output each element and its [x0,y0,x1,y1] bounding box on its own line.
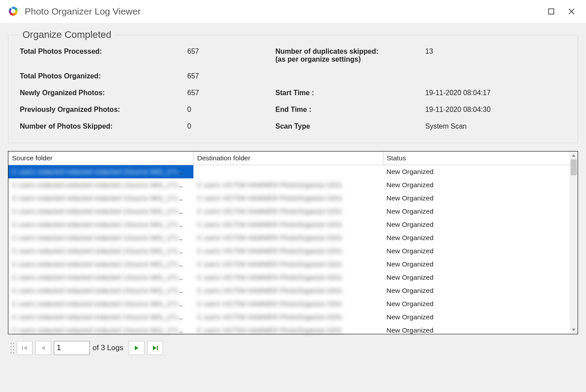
previous-page-button[interactable] [35,341,51,355]
svg-marker-15 [41,346,45,350]
table-row[interactable]: C users redacted redacted redacted 1Sour… [8,284,570,297]
label-start-time: Start Time : [275,89,425,97]
cell-source-folder: C users redacted redacted redacted 1Sour… [8,311,193,324]
first-page-button[interactable] [17,341,33,355]
cell-source-folder: C users redacted redacted redacted 1Sour… [8,178,193,192]
cell-destination-folder: C users VICTIM HAMMER PhotoOrganize 0201 [193,205,383,218]
cell-status: New Organized [383,324,570,337]
toolbar-grip-icon [11,342,14,354]
of-logs-label: of 3 Logs [93,344,123,352]
label-newly-organized: Newly Organized Photos: [20,89,187,97]
cell-status: New Organized [383,218,570,231]
cell-status: New Organized [383,205,570,218]
cell-source-folder: C users redacted redacted redacted 1Sour… [8,218,193,231]
value-total-organized: 657 [187,72,275,80]
cell-status: New Organized [383,178,570,192]
svg-marker-12 [572,329,575,331]
cell-destination-folder: C users VICTIM HAMMER PhotoOrganize 0201 [193,311,383,324]
vertical-scrollbar[interactable] [570,152,578,334]
table-row[interactable]: C users redacted redacted redacted 1Sour… [8,218,570,231]
cell-source-folder: C users redacted redacted redacted 1Sour… [8,244,193,258]
last-page-button[interactable] [147,341,163,355]
next-page-button[interactable] [129,341,145,355]
label-end-time: End Time : [275,106,425,114]
pager-toolbar: of 3 Logs [8,338,578,358]
table-row[interactable]: C users redacted redacted redacted 1Sour… [8,311,570,324]
table-row[interactable]: C users redacted redacted redacted 1Sour… [8,205,570,218]
table-row[interactable]: C users redacted redacted redacted 1Sour… [8,324,570,337]
cell-destination-folder: C users VICTIM HAMMER PhotoOrganize 0201 [193,258,383,271]
scroll-up-arrow-icon[interactable] [570,152,578,159]
cell-destination-folder: C users VICTIM HAMMER PhotoOrganize 0201 [193,271,383,284]
scroll-down-arrow-icon[interactable] [570,326,578,334]
cell-status: New Organized [383,297,570,311]
svg-marker-17 [153,346,156,350]
table-row[interactable]: C users redacted redacted redacted 1Sour… [8,244,570,258]
svg-rect-18 [157,346,158,350]
cell-status: New Organized [383,244,570,258]
cell-status: New Organized [383,284,570,297]
cell-source-folder: C users redacted redacted redacted 1Sour… [8,258,193,271]
table-row[interactable]: C users redacted redacted redacted 1Sour… [8,258,570,271]
cell-source-folder: C users redacted redacted redacted 1Sour… [8,297,193,311]
cell-destination-folder: C users VICTIM HAMMER PhotoOrganize 0201 [193,218,383,231]
table-row[interactable]: C users redacted redacted redacted 1Sour… [8,231,570,244]
maximize-button[interactable] [541,3,561,20]
table-row[interactable]: C users redacted redacted redacted 1Sour… [8,271,570,284]
value-newly-organized: 657 [187,89,275,97]
cell-destination-folder: C users VICTIM HAMMER PhotoOrganize 0201 [193,324,383,337]
label-total-processed: Total Photos Processed: [20,48,187,55]
current-page-input[interactable] [54,341,90,355]
svg-rect-8 [549,9,554,14]
cell-source-folder: C users redacted redacted redacted 1Sour… [8,271,193,284]
label-scan-type: Scan Type [275,122,425,130]
title-bar: Photo Organizer Log Viewer [0,0,586,23]
label-total-organized: Total Photos Organized: [20,72,187,80]
cell-status: New Organized [383,258,570,271]
summary-legend: Organize Completed [20,29,114,41]
cell-destination-folder: C users VICTIM HAMMER PhotoOrganize 0201 [193,178,383,192]
cell-status: New Organized [383,231,570,244]
table-row[interactable]: C users redacted redacted redacted 1Sour… [8,165,570,178]
cell-source-folder: C users redacted redacted redacted 1Sour… [8,165,193,178]
svg-marker-16 [135,346,138,350]
app-logo-icon [7,5,19,18]
column-header-destination[interactable]: Destination folder [193,152,383,165]
svg-marker-14 [23,346,27,350]
table-row[interactable]: C users redacted redacted redacted 1Sour… [8,192,570,205]
cell-status: New Organized [383,165,570,178]
column-header-status[interactable]: Status [383,152,570,165]
value-duplicates-skipped: 13 [425,48,566,55]
scrollbar-thumb[interactable] [571,159,577,175]
column-header-source[interactable]: Source folder [8,152,193,165]
cell-source-folder: C users redacted redacted redacted 1Sour… [8,284,193,297]
cell-status: New Organized [383,271,570,284]
svg-rect-13 [22,346,23,350]
label-photos-skipped: Number of Photos Skipped: [20,122,187,130]
summary-groupbox: Organize Completed Total Photos Processe… [8,29,578,143]
svg-marker-11 [572,154,575,157]
log-table: Source folder Destination folder Status … [8,151,578,334]
cell-destination-folder: C users VICTIM HAMMER PhotoOrganize 0201 [193,244,383,258]
window-title: Photo Organizer Log Viewer [25,6,141,17]
close-button[interactable] [561,3,582,20]
cell-destination-folder: C users VICTIM HAMMER PhotoOrganize 0201 [193,165,383,178]
value-previously-organized: 0 [187,106,275,114]
table-row[interactable]: C users redacted redacted redacted 1Sour… [8,297,570,311]
cell-destination-folder: C users VICTIM HAMMER PhotoOrganize 0201 [193,231,383,244]
cell-destination-folder: C users VICTIM HAMMER PhotoOrganize 0201 [193,297,383,311]
value-scan-type: System Scan [425,122,566,130]
cell-destination-folder: C users VICTIM HAMMER PhotoOrganize 0201 [193,192,383,205]
label-previously-organized: Previously Organized Photos: [20,106,187,114]
cell-status: New Organized [383,311,570,324]
label-duplicates-skipped: Number of duplicates skipped: (as per or… [275,48,425,63]
value-total-processed: 657 [187,48,275,55]
cell-source-folder: C users redacted redacted redacted 1Sour… [8,324,193,337]
cell-source-folder: C users redacted redacted redacted 1Sour… [8,231,193,244]
value-photos-skipped: 0 [187,122,275,130]
value-start-time: 19-11-2020 08:04:17 [425,89,566,97]
svg-marker-6 [9,8,12,11]
cell-source-folder: C users redacted redacted redacted 1Sour… [8,192,193,205]
cell-status: New Organized [383,192,570,205]
table-row[interactable]: C users redacted redacted redacted 1Sour… [8,178,570,192]
